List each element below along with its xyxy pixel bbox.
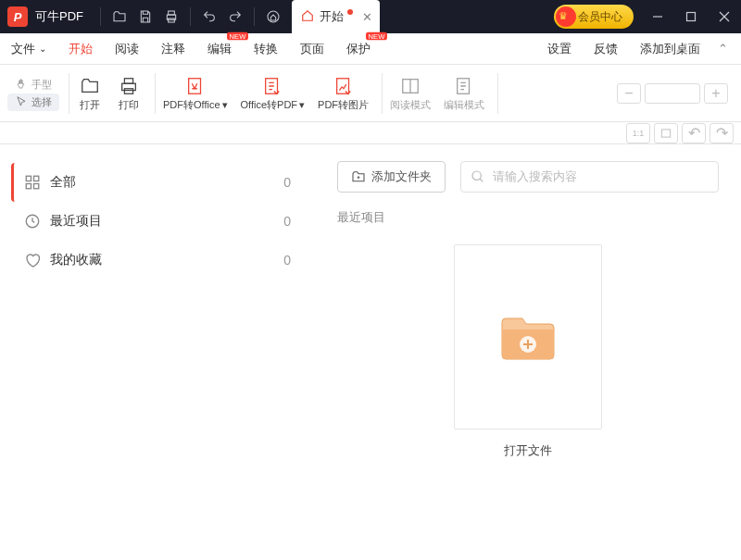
menu-convert[interactable]: 转换 — [243, 33, 289, 64]
menu-settings[interactable]: 设置 — [536, 41, 583, 57]
minimize-button[interactable] — [641, 0, 674, 33]
svg-line-24 — [480, 179, 483, 181]
svg-rect-9 — [124, 79, 132, 84]
svg-rect-10 — [124, 89, 132, 94]
svg-rect-13 — [336, 79, 348, 94]
home-circle-icon[interactable] — [260, 4, 286, 30]
menu-start[interactable]: 开始 — [57, 33, 104, 64]
open-file-label: 打开文件 — [337, 442, 719, 459]
tab-start[interactable]: 开始 ✕ — [292, 0, 380, 33]
sidebar-item-count: 0 — [283, 175, 291, 190]
sidebar-item-count: 0 — [283, 214, 291, 229]
hand-tool[interactable]: 手型 — [7, 76, 59, 93]
tab-label: 开始 — [320, 8, 344, 25]
crown-icon: ♛ — [559, 10, 568, 22]
menu-feedback[interactable]: 反馈 — [583, 41, 629, 57]
print-icon[interactable] — [158, 4, 184, 30]
vip-center-button[interactable]: ♛ 会员中心 — [554, 5, 634, 29]
sidebar-item-favorites[interactable]: 我的收藏 0 — [11, 241, 304, 280]
save-icon[interactable] — [132, 4, 158, 30]
close-icon[interactable]: ✕ — [362, 10, 372, 24]
zoom-level-input[interactable] — [645, 83, 700, 104]
menu-add-desktop[interactable]: 添加到桌面 — [629, 41, 711, 57]
svg-point-23 — [472, 171, 481, 180]
close-button[interactable] — [708, 0, 741, 33]
sidebar-item-count: 0 — [283, 253, 291, 268]
office-to-pdf-button[interactable]: Office转PDF▾ — [241, 74, 306, 112]
read-mode-button: 阅读模式 — [390, 74, 431, 112]
rotate-right-button[interactable]: ↷ — [710, 123, 734, 143]
pdf-to-image-button[interactable]: PDF转图片 — [318, 74, 369, 112]
redo-icon[interactable] — [222, 4, 248, 30]
home-icon — [301, 9, 314, 25]
edit-mode-button: 编辑模式 — [444, 74, 484, 112]
divider — [254, 7, 255, 26]
menubar: 文件⌄ 开始 阅读 注释 编辑NEW 转换 页面 保护NEW 设置 反馈 添加到… — [0, 33, 741, 65]
add-folder-button[interactable]: 添加文件夹 — [337, 161, 446, 193]
content-area: 添加文件夹 请输入搜索内容 最近项目 打开文件 — [315, 144, 741, 560]
zoom-out-button[interactable]: − — [617, 83, 641, 104]
zoom-controls: − + — [617, 83, 734, 104]
folder-plus-icon — [498, 313, 558, 361]
svg-rect-20 — [26, 184, 31, 189]
collapse-ribbon-icon[interactable]: ⌃ — [711, 42, 734, 56]
app-title: 可牛PDF — [35, 8, 83, 25]
svg-rect-5 — [687, 13, 696, 21]
print-button[interactable]: 打印 — [116, 74, 142, 112]
divider — [100, 7, 101, 26]
svg-rect-11 — [188, 79, 200, 94]
clock-icon — [24, 213, 41, 230]
recent-section-title: 最近项目 — [337, 209, 719, 226]
search-icon — [471, 169, 485, 184]
menu-protect[interactable]: 保护NEW — [335, 33, 382, 64]
divider — [190, 7, 191, 26]
new-badge: NEW — [366, 32, 387, 41]
zoom-in-button[interactable]: + — [704, 83, 728, 104]
menu-annotate[interactable]: 注释 — [150, 33, 196, 64]
titlebar: P 可牛PDF 开始 ✕ ♛ 会员中心 — [0, 0, 741, 33]
menu-edit[interactable]: 编辑NEW — [196, 33, 243, 64]
grid-icon — [24, 174, 41, 191]
sidebar-item-recent[interactable]: 最近项目 0 — [11, 202, 304, 241]
fit-page-button[interactable]: 1:1 — [626, 123, 650, 143]
heart-icon — [24, 252, 41, 268]
fit-width-button[interactable] — [654, 123, 678, 143]
app-logo: P — [7, 6, 28, 27]
sidebar-item-all[interactable]: 全部 0 — [11, 163, 304, 202]
select-tool[interactable]: 选择 — [7, 93, 59, 111]
chevron-down-icon: ⌄ — [39, 44, 46, 54]
menu-file[interactable]: 文件⌄ — [0, 33, 57, 64]
undo-icon[interactable] — [196, 4, 222, 30]
menu-read[interactable]: 阅读 — [104, 33, 150, 64]
sidebar-item-label: 我的收藏 — [50, 252, 102, 268]
svg-rect-18 — [26, 176, 31, 180]
maximize-button[interactable] — [674, 0, 708, 33]
svg-rect-17 — [661, 129, 670, 136]
svg-rect-19 — [34, 176, 39, 180]
pdf-to-office-button[interactable]: PDF转Office▾ — [163, 74, 228, 112]
sidebar-item-label: 全部 — [50, 174, 76, 191]
open-file-card[interactable] — [454, 244, 602, 429]
sidebar: 全部 0 最近项目 0 我的收藏 0 — [0, 144, 315, 560]
menu-page[interactable]: 页面 — [289, 33, 335, 64]
sidebar-item-label: 最近项目 — [50, 213, 102, 230]
svg-rect-21 — [34, 184, 39, 189]
body: 全部 0 最近项目 0 我的收藏 0 添加文件夹 请输入搜索内容 最近项目 — [0, 144, 741, 560]
rotate-left-button[interactable]: ↶ — [682, 123, 706, 143]
svg-rect-2 — [169, 19, 175, 22]
notification-dot — [347, 9, 353, 15]
vip-label: 会员中心 — [578, 9, 622, 25]
pointer-mode-group: 手型 选择 — [7, 76, 59, 111]
open-button[interactable]: 打开 — [77, 74, 103, 112]
svg-rect-1 — [169, 11, 175, 15]
search-input[interactable]: 请输入搜索内容 — [460, 161, 719, 193]
ribbon: 手型 选择 打开 打印 PDF转Office▾ Office转PDF▾ PDF转… — [0, 65, 741, 122]
search-placeholder: 请输入搜索内容 — [493, 168, 577, 185]
folder-open-icon[interactable] — [107, 4, 132, 30]
